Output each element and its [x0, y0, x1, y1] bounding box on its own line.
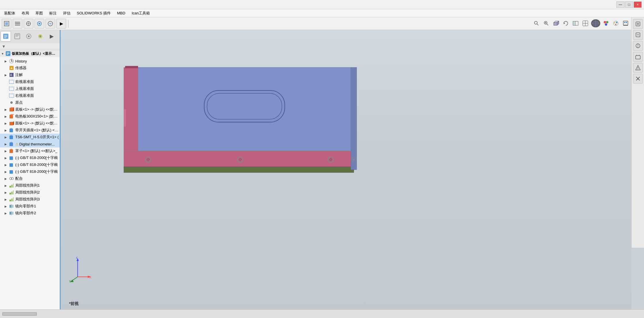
scene-icon[interactable]	[612, 19, 620, 27]
screw2-label: (-) GB/T 818-2000[十字楫	[15, 162, 58, 167]
tree-item-mirror-2[interactable]: ▶ 镜向零部件2	[0, 210, 60, 217]
panel-tab-property[interactable]	[12, 31, 22, 41]
svg-rect-47	[16, 36, 18, 37]
menu-layout[interactable]: 布局	[19, 10, 32, 17]
tree-item-heater[interactable]: ▶ 电热板300X150<1> (默认)	[0, 113, 60, 120]
svg-point-123	[353, 158, 355, 161]
filter-icon: ▼	[2, 44, 6, 49]
menu-sketch[interactable]: 草图	[33, 10, 46, 17]
view-cube-icon[interactable]	[552, 19, 560, 27]
title-bar: — □ ×	[0, 0, 644, 9]
search-icon-2[interactable]	[542, 19, 550, 27]
menu-assembly[interactable]: 装配体	[1, 10, 18, 17]
tree-item-pattern-2[interactable]: ▶ 局部线性阵列2	[0, 189, 60, 196]
tree-item-history[interactable]: ▶ History	[0, 58, 60, 65]
tree-item-sensor[interactable]: ▶ 传感器	[0, 65, 60, 71]
panel-tab-feature[interactable]	[1, 31, 11, 41]
tree-item-annotation[interactable]: ▶ A 注解	[0, 71, 60, 78]
svg-rect-2	[15, 22, 20, 22]
tree-item-pattern-3[interactable]: ▶ 局部线性阵列3	[0, 196, 60, 203]
pattern1-label: 局部线性阵列1	[15, 183, 40, 188]
svg-rect-22	[573, 21, 576, 25]
svg-rect-98	[9, 212, 11, 215]
thermometer-label: Digital thermometer...	[19, 142, 55, 146]
restore-button[interactable]: □	[625, 1, 633, 8]
menu-mbd[interactable]: MBD	[114, 10, 128, 16]
feature-tree: ▶ History ▶ 传感器	[0, 57, 60, 309]
tree-item-base[interactable]: ▶ 底板<1> -> (默认) <<默认>	[0, 106, 60, 113]
svg-point-36	[615, 24, 616, 25]
svg-rect-73	[9, 129, 13, 132]
tree-item-panel-part[interactable]: ▶ 面板<1> -> (默认) <<默认>	[0, 120, 60, 127]
panel-tab-more[interactable]: ▶	[47, 31, 57, 41]
svg-rect-66	[9, 108, 13, 111]
main-viewport[interactable]: Z X Y *前视	[60, 30, 631, 309]
tree-item-screw-2[interactable]: ▶ (-) GB/T 818-2000[十字楫	[0, 161, 60, 168]
tree-item-mate[interactable]: ▶ 配合	[0, 175, 60, 182]
minimize-button[interactable]: —	[616, 1, 624, 8]
toolbar-btn-4[interactable]	[35, 19, 44, 29]
menu-solidworks-plugin[interactable]: SOLIDWORKS 插件	[74, 10, 114, 17]
toolbar-btn-2[interactable]	[13, 19, 22, 29]
tree-item-top-plane[interactable]: ▶ 上视基准面	[0, 85, 60, 92]
right-btn-3[interactable]	[633, 41, 643, 51]
view-orient-icon[interactable]	[581, 19, 589, 27]
appearance-icon[interactable]	[602, 19, 610, 27]
tree-root-label: 饭菜加热板（默认）<显示状态-3	[12, 51, 59, 56]
tree-item-origin[interactable]: ▶ 原点	[0, 99, 60, 106]
menu-dimension[interactable]: 标注	[46, 10, 60, 17]
3d-model	[124, 65, 383, 180]
panel-tab-config[interactable]	[24, 31, 34, 41]
switch-socket-label: 带开关插座<1> (默认) <<默	[15, 128, 59, 133]
svg-rect-37	[623, 21, 628, 25]
svg-rect-39	[624, 22, 625, 23]
status-bar	[0, 309, 644, 318]
svg-rect-97	[12, 205, 14, 208]
right-btn-4[interactable]	[633, 52, 643, 62]
svg-marker-78	[9, 142, 13, 143]
tree-item-front-plane[interactable]: ▶ 前视基准面	[0, 78, 60, 85]
tree-item-switch-socket[interactable]: ▶ 带开关插座<1> (默认) <<默	[0, 127, 60, 134]
svg-rect-95	[9, 205, 11, 208]
display-manager-icon[interactable]	[622, 19, 630, 27]
mirror2-label: 镜向零部件2	[15, 211, 36, 216]
tree-item-mirror-1[interactable]: ▶ 镜向零部件1	[0, 203, 60, 210]
svg-point-30	[604, 21, 606, 23]
toolbar-btn-3[interactable]	[24, 19, 33, 29]
tree-item-pattern-1[interactable]: ▶ 局部线性阵列1	[0, 182, 60, 189]
menu-evaluate[interactable]: 评估	[60, 10, 73, 17]
section-view-icon[interactable]	[572, 19, 580, 27]
svg-text:A: A	[10, 73, 12, 77]
right-btn-1[interactable]	[633, 19, 643, 29]
toolbar-btn-more[interactable]: ▶	[56, 19, 66, 29]
ts6-label: TS6-SMT_H-5.0开关<1> (	[15, 135, 59, 140]
title-bar-buttons[interactable]: — □ ×	[616, 1, 642, 8]
svg-rect-89	[9, 193, 11, 194]
svg-point-15	[545, 22, 546, 23]
svg-rect-65	[9, 94, 14, 97]
mirror1-label: 镜向零部件1	[15, 204, 36, 209]
tree-item-screw-3[interactable]: ▶ (-) GB/T 818-2000[十字楫	[0, 168, 60, 175]
svg-rect-40	[626, 22, 627, 23]
tree-item-cover[interactable]: ▶ 罩子<1> (默认) <<默认>_	[0, 147, 60, 154]
toolbar-sep-1	[68, 20, 68, 28]
toolbar-btn-1[interactable]	[2, 19, 12, 29]
tree-item-ts6[interactable]: ▶ TS6-SMT_H-5.0开关<1> (	[0, 134, 60, 141]
search-icon-1[interactable]	[532, 19, 540, 27]
close-button[interactable]: ×	[634, 1, 642, 8]
tree-item-screw-1[interactable]: ▶ (-) GB/T 818-2000[十字楫	[0, 154, 60, 161]
panel-tab-display[interactable]	[35, 31, 45, 41]
horizontal-scrollbar[interactable]	[2, 312, 37, 316]
toolbar-btn-5[interactable]	[45, 19, 55, 29]
tree-item-right-plane[interactable]: ▶ 右视基准面	[0, 92, 60, 99]
right-btn-5[interactable]	[633, 63, 643, 73]
svg-text:X: X	[89, 275, 91, 279]
rotate-icon[interactable]	[562, 19, 570, 27]
svg-rect-71	[9, 122, 13, 125]
right-btn-6[interactable]	[633, 74, 643, 84]
menu-ican[interactable]: Ican工具箱	[129, 10, 153, 17]
display-style-icon[interactable]	[591, 19, 600, 27]
tree-root[interactable]: ▼ 饭菜加热板（默认）<显示状态-3	[0, 50, 60, 57]
right-btn-2[interactable]	[633, 30, 643, 40]
tree-item-digital-thermometer[interactable]: ▶ ⚠ Digital thermometer...	[0, 141, 60, 147]
